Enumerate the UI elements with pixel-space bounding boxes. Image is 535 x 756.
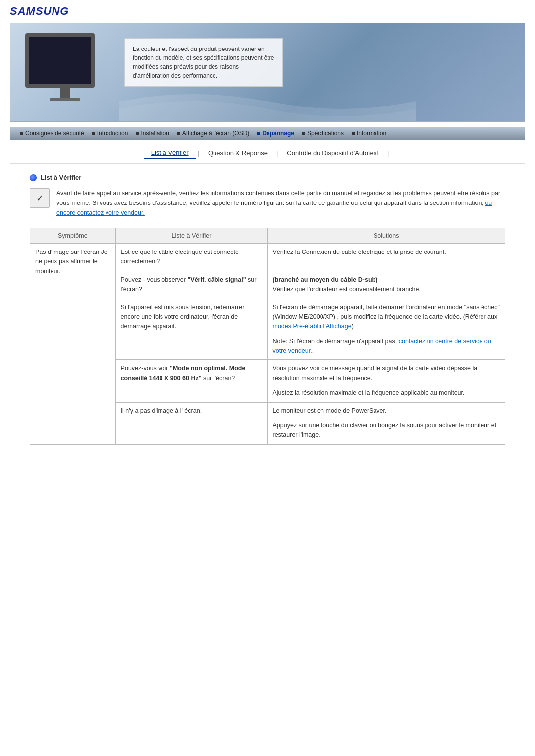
- nav-item-introduction[interactable]: Introduction: [92, 130, 128, 137]
- intro-block: Avant de faire appel au service après-ve…: [30, 188, 505, 218]
- solution-block-4a: Vous pouvez voir ce message quand le sig…: [272, 364, 500, 383]
- check-cell-3: Si l'appareil est mis sous tension, redé…: [115, 299, 268, 360]
- nav-item-affichage[interactable]: Affichage à l'écran (OSD): [177, 130, 249, 137]
- nav-label-consignes: Consignes de sécurité: [25, 130, 84, 137]
- header: SAMSUNG: [0, 0, 535, 18]
- solution-block-3b: Note: Si l'écran de démarrage n'apparait…: [272, 337, 500, 356]
- col-header-liste: Liste à Vérifier: [115, 228, 268, 244]
- main-content: List à Vérifier Avant de faire appel au …: [0, 164, 535, 454]
- nav-label-depannage: Dépannage: [262, 130, 294, 137]
- solution-cell-2: (branché au moyen du câble D-sub) Vérifi…: [268, 271, 505, 299]
- table-header-row: Symptôme Liste à Vérifier Solutions: [30, 228, 505, 244]
- nav-label-information: Information: [357, 130, 386, 137]
- nav-dot-active: [257, 132, 260, 135]
- tab-separator-1: |: [196, 150, 201, 157]
- intro-text: Avant de faire appel au service après-ve…: [56, 188, 505, 218]
- solution-block-5b: Appuyez sur une touche du clavier ou bou…: [272, 421, 500, 440]
- solution-cell-3: Si l'écran de démarrage apparait, faite …: [268, 299, 505, 360]
- solution-cell-4: Vous pouvez voir ce message quand le sig…: [268, 360, 505, 402]
- nav-label-introduction: Introduction: [97, 130, 128, 137]
- nav-item-consignes[interactable]: Consignes de sécurité: [20, 130, 84, 137]
- nav-label-affichage: Affichage à l'écran (OSD): [182, 130, 249, 137]
- solution-cell-5: Le moniteur est en mode de PowerSaver. A…: [268, 402, 505, 444]
- tab-question-reponse[interactable]: Question & Réponse: [201, 148, 274, 159]
- solution-bold: (branché au moyen du câble D-sub): [272, 276, 377, 283]
- table-row: Pas d'image sur l'écran Je ne peux pas a…: [30, 244, 505, 271]
- nav-item-depannage[interactable]: Dépannage: [257, 130, 294, 137]
- nav-dot: [136, 132, 139, 135]
- symptom-cell: Pas d'image sur l'écran Je ne peux pas a…: [30, 244, 116, 445]
- section-title: List à Vérifier: [41, 174, 81, 181]
- intro-text-main: Avant de faire appel au service après-ve…: [56, 190, 500, 206]
- check-cell-5: Il n'y a pas d'image à l' écran.: [115, 402, 268, 444]
- solution-block-5a: Le moniteur est en mode de PowerSaver.: [272, 406, 500, 416]
- solution-block: (branché au moyen du câble D-sub) Vérifi…: [272, 275, 500, 295]
- bold-mode-non-optimal: "Mode non optimal. Mode conseillé 1440 X…: [121, 365, 246, 381]
- navigation-bar: Consignes de sécurité Introduction Insta…: [10, 127, 525, 140]
- hero-waves-decoration: [10, 82, 525, 121]
- nav-label-installation: Installation: [141, 130, 169, 137]
- check-cell-2: Pouvez - vous observer "Vérif. câble sig…: [115, 271, 268, 299]
- nav-item-specifications[interactable]: Spécifications: [302, 130, 344, 137]
- col-header-solutions: Solutions: [268, 228, 505, 244]
- checklist-icon: [30, 188, 50, 208]
- tab-autotest[interactable]: Contrôle du Dispositif d'Autotest: [280, 148, 385, 159]
- link-pre-etablir[interactable]: modes Pré-établir l'Affichage: [272, 323, 351, 330]
- nav-dot: [177, 132, 180, 135]
- check-cell-4: Pouvez-vous voir "Mode non optimal. Mode…: [115, 360, 268, 402]
- tab-separator-2: |: [274, 150, 280, 157]
- solution-block-3a: Si l'écran de démarrage apparait, faite …: [272, 303, 500, 332]
- section-header: List à Vérifier: [30, 174, 505, 181]
- tabs-row: List à Vérifier | Question & Réponse | C…: [10, 140, 525, 164]
- nav-dot: [302, 132, 305, 135]
- hero-text: La couleur et l'aspect du produit peuven…: [133, 46, 274, 79]
- link-centre-service[interactable]: contactez un centre de service ou votre …: [272, 338, 491, 354]
- hero-text-box: La couleur et l'aspect du produit peuven…: [124, 38, 283, 87]
- check-cell-1: Est-ce que le câble électrique est conne…: [115, 244, 268, 271]
- nav-item-installation[interactable]: Installation: [136, 130, 169, 137]
- solution-block-4b: Ajustez la résolution maximale et la fré…: [272, 388, 500, 398]
- hero-banner: La couleur et l'aspect du produit peuven…: [10, 23, 525, 122]
- samsung-logo: SAMSUNG: [10, 5, 525, 18]
- col-header-symptome: Symptôme: [30, 228, 116, 244]
- tab-separator-3: |: [385, 150, 391, 157]
- nav-label-specifications: Spécifications: [307, 130, 344, 137]
- solution-cell-1: Vérifiez la Connexion du cable électriqu…: [268, 244, 505, 271]
- blue-dot-icon: [30, 174, 37, 181]
- tab-list-verifier[interactable]: List à Vérifier: [144, 147, 196, 159]
- nav-item-information[interactable]: Information: [352, 130, 386, 137]
- solution-text: Vérifiez que l'ordinateur est convenable…: [272, 286, 420, 293]
- nav-dot: [352, 132, 355, 135]
- nav-dot: [92, 132, 95, 135]
- bold-signal: "Vérif. câble signal": [187, 276, 246, 283]
- nav-dot: [20, 132, 23, 135]
- monitor-screen: [25, 33, 95, 88]
- symptom-table: Symptôme Liste à Vérifier Solutions Pas …: [30, 228, 505, 445]
